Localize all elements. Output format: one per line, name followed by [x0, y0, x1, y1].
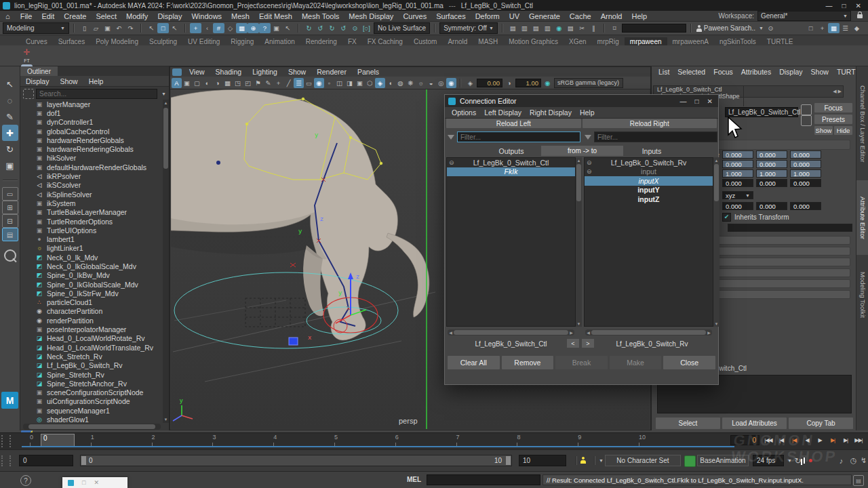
outliner-item[interactable]: ◩Spine_0_IkGlobalScale_Mdv — [20, 280, 163, 289]
attribute-editor-tab[interactable]: Lf_LegBk_0_Switch_Ctl — [654, 86, 744, 93]
viewport-menu-item[interactable]: Lighting — [247, 68, 283, 76]
sidebar-toggle-icon[interactable]: ◆ — [851, 23, 863, 33]
sidebar-toggle-icon[interactable]: ▦ — [828, 23, 840, 33]
viewport-toolbar-icon[interactable]: ▭ — [304, 78, 314, 88]
connection-editor-button[interactable]: Close — [663, 356, 715, 369]
script-editor-icon[interactable]: ▤ — [853, 475, 864, 486]
history-icon[interactable]: ↺ — [315, 23, 326, 33]
outliner-item[interactable]: ▣defaultHardwareRenderGlobals — [20, 163, 163, 171]
tool-icon[interactable]: ▣ — [2, 157, 18, 174]
inputs-vscrollbar[interactable]: ▲▼ — [713, 157, 719, 327]
preview-close-icon[interactable]: ✕ — [94, 479, 99, 486]
outliner-item[interactable]: ▣TurtleBakeLayerManager — [20, 208, 163, 217]
menu-item[interactable]: Generate — [524, 12, 565, 20]
timeline-track[interactable]: 012345678910 0 — [11, 433, 727, 448]
attribute-editor-footer-button[interactable]: Copy Tab — [789, 418, 853, 429]
translate-y-field[interactable]: 0.000 — [756, 150, 787, 159]
snap-icon[interactable]: ▦ — [236, 23, 248, 33]
viewport-toolbar-icon[interactable]: ╱ — [283, 78, 294, 88]
tool-icon[interactable]: ✎ — [2, 108, 18, 125]
viewport-toolbar-icon[interactable]: ❋ — [406, 78, 416, 88]
snap-icon[interactable]: ? — [259, 23, 271, 33]
anim-layer-icon[interactable] — [684, 455, 696, 467]
viewport-toolbar-icon[interactable]: ▢ — [192, 78, 202, 88]
swap-node-icon[interactable] — [801, 115, 812, 126]
character-set-menu-icon[interactable]: ▼ — [599, 458, 604, 463]
outliner-vscrollbar[interactable]: ▲▼ — [163, 100, 169, 423]
menu-item[interactable]: Edit — [37, 12, 59, 20]
file-operation-icon[interactable]: ▣ — [102, 23, 113, 33]
panel-focus-icon[interactable] — [172, 68, 182, 76]
character-set-field[interactable]: No Character Set — [605, 455, 681, 466]
direction-toggle-button[interactable]: from -> to — [541, 146, 623, 156]
playback-button[interactable]: ◀ — [801, 434, 813, 446]
shear-y-field[interactable]: 0.000 — [756, 179, 787, 187]
anim-start-field[interactable]: 0 — [19, 455, 73, 466]
tab-scroll-right-icon[interactable]: ▶ — [838, 89, 842, 94]
outliner-item[interactable]: ◎shaderGlow1 — [20, 415, 163, 423]
viewport-toolbar-icon[interactable]: ◳ — [233, 78, 243, 88]
presets-button[interactable]: Presets — [814, 115, 852, 124]
history-icon[interactable]: ↻ — [326, 23, 338, 33]
range-grip[interactable] — [1, 455, 11, 466]
outputs-hscrollbar[interactable]: ◀▶ — [448, 329, 574, 336]
playback-button[interactable]: ▶▶| — [852, 434, 865, 446]
connection-editor-menu-item[interactable]: Left Display — [480, 108, 526, 117]
file-operation-icon[interactable]: ▱ — [90, 23, 102, 33]
snap-icon[interactable]: ▣ — [271, 23, 282, 33]
history-icon[interactable]: ⊙ — [349, 23, 361, 33]
layout-preset-icon[interactable]: ▭ — [2, 187, 18, 201]
outliner-item[interactable]: ▣hikSolver — [20, 154, 163, 163]
reload-left-button[interactable]: Reload Left — [446, 119, 581, 128]
outliner-item[interactable]: ▣TurtleUIOptions — [20, 226, 163, 235]
rotate-axis-x-field[interactable]: 0.000 — [722, 202, 753, 210]
connection-editor-menu-item[interactable]: Help — [576, 108, 599, 117]
sound-icon[interactable]: ♪ — [835, 455, 847, 466]
rotate-axis-y-field[interactable]: 0.000 — [756, 202, 787, 210]
outputs-vscrollbar[interactable]: ▲▼ — [576, 157, 582, 327]
maximize-button[interactable]: □ — [842, 2, 846, 9]
viewport-toolbar-icon[interactable]: ▣ — [355, 78, 365, 88]
viewport-toolbar-icon[interactable]: A — [172, 78, 182, 88]
close-button[interactable]: ✕ — [856, 2, 861, 9]
snap-icon[interactable]: ⊕ — [248, 23, 259, 33]
exposure-icon[interactable]: ◈ — [465, 78, 476, 88]
viewport-toolbar-icon[interactable]: ◎ — [436, 78, 446, 88]
input-root-node[interactable]: ⊖Lf_LegBk_0_Switch_Rv — [585, 158, 713, 167]
workspace-dropdown[interactable]: General*▼ — [757, 11, 851, 21]
rotate-order-dropdown[interactable]: xyz▼ — [722, 191, 753, 199]
gamma-icon[interactable]: ◑ — [503, 78, 515, 88]
layout-preset-icon[interactable]: ⊟ — [2, 214, 18, 228]
connection-editor-button[interactable]: Remove — [502, 356, 554, 369]
range-handle-left[interactable] — [81, 456, 86, 465]
attribute-editor-footer-button[interactable]: Load Attributes — [722, 418, 787, 429]
render-icon[interactable]: ▤ — [530, 23, 542, 33]
viewport-toolbar-icon[interactable]: ✎ — [263, 78, 273, 88]
attribute-editor-menu-item[interactable]: Selected — [673, 68, 709, 76]
tab-scroll-left-icon[interactable]: ◀ — [833, 89, 836, 94]
menu-item[interactable]: UV — [505, 12, 524, 20]
anim-end-field[interactable]: 10 — [519, 455, 566, 466]
history-icon[interactable]: ↻ — [303, 23, 315, 33]
tab-channel-box[interactable]: Channel Box / Layer Editor — [856, 70, 868, 178]
render-icon[interactable]: ▤ — [507, 23, 519, 33]
viewport-menu-item[interactable]: Renderer — [311, 68, 352, 76]
viewport-toolbar-icon[interactable]: ⚑ — [253, 78, 263, 88]
loop-mode-icon[interactable]: ↻ — [792, 455, 804, 466]
connection-editor-button[interactable]: Make — [610, 356, 662, 369]
sidebar-toggle-icon[interactable]: □ — [805, 23, 816, 33]
render-icon[interactable]: ◉ — [553, 23, 565, 33]
viewport-menu-item[interactable]: View — [184, 68, 210, 76]
file-operation-icon[interactable]: ↷ — [125, 23, 136, 33]
outliner-menu-item[interactable]: Show — [54, 77, 83, 85]
tool-icon[interactable]: ✚ — [2, 125, 18, 141]
shear-x-field[interactable]: 0.000 — [722, 179, 753, 187]
snap-icon[interactable]: # — [213, 23, 224, 33]
playback-button[interactable]: ▶| — [827, 434, 839, 446]
outliner-tree[interactable]: ▣layerManager▣dof1▣dynController1▣global… — [20, 100, 163, 423]
command-language-label[interactable]: MEL — [407, 476, 421, 483]
attribute-editor-footer-button[interactable]: Select — [656, 418, 720, 429]
viewport-toolbar-icon[interactable]: ◨ — [344, 78, 355, 88]
selected-cv-box[interactable] — [289, 338, 298, 345]
outliner-item[interactable]: ▣poseInterpolatorManager — [20, 325, 163, 333]
